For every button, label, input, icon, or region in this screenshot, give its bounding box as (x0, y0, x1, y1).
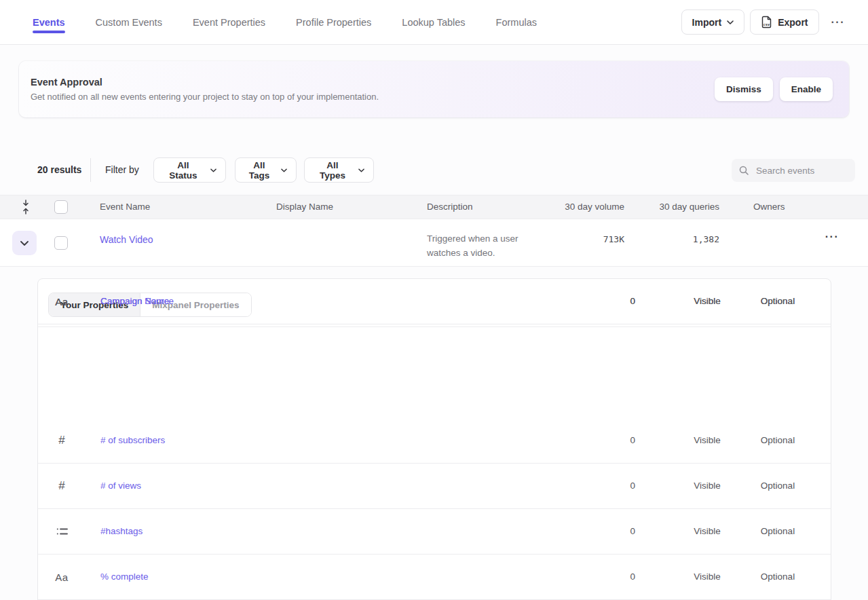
nav-tabs: Events Custom Events Event Properties Pr… (33, 0, 537, 44)
export-button[interactable]: csv Export (750, 10, 818, 35)
column-display-name: Display Name (276, 195, 333, 219)
tab-label: Lookup Tables (402, 17, 465, 28)
event-name-link[interactable]: Watch Video (100, 234, 153, 245)
property-visibility: Visible (669, 509, 745, 554)
row-checkbox[interactable] (54, 236, 68, 250)
export-label: Export (778, 17, 808, 28)
property-name-link[interactable]: % complete (100, 555, 149, 599)
types-filter-dropdown[interactable]: All Types (304, 157, 374, 183)
svg-text:csv: csv (763, 22, 770, 26)
banner-subtitle: Get notified on all new events entering … (31, 92, 379, 102)
number-icon: # (52, 464, 72, 508)
column-queries: 30 day queries (631, 195, 719, 219)
event-volume: 713K (523, 234, 624, 244)
property-row[interactable]: Aa Campaign Source 0 Visible Optional (38, 279, 831, 324)
property-visibility: Visible (669, 418, 745, 463)
tab-custom-events[interactable]: Custom Events (96, 0, 162, 44)
property-count: 0 (547, 509, 635, 554)
event-row[interactable]: Watch Video Triggered when a user watche… (0, 219, 868, 267)
collapse-rows-button[interactable] (18, 199, 34, 215)
collapse-vertical-icon (21, 199, 31, 215)
chevron-down-icon (358, 168, 364, 172)
property-row[interactable]: # # of subscribers 0 Visible Optional (38, 418, 831, 464)
property-count: 0 (547, 464, 635, 508)
more-options-button[interactable]: ··· (827, 16, 849, 29)
banner-title: Event Approval (31, 77, 379, 88)
tags-filter-dropdown[interactable]: All Tags (235, 157, 297, 183)
divider (90, 158, 91, 182)
column-owners: Owners (753, 195, 785, 219)
text-icon: Aa (52, 555, 72, 599)
tab-label: Profile Properties (296, 17, 371, 28)
column-event-name: Event Name (100, 195, 150, 219)
list-icon (52, 509, 72, 554)
column-volume: 30 day volume (523, 195, 624, 219)
property-name-link[interactable]: Campaign Source (100, 279, 174, 324)
tab-label: Formulas (496, 17, 537, 28)
divider (38, 326, 831, 327)
types-filter-label: All Types (314, 160, 352, 181)
tab-formulas[interactable]: Formulas (496, 0, 537, 44)
property-visibility: Visible (669, 279, 745, 324)
text-icon: Aa (52, 279, 72, 324)
filter-by-label: Filter by (105, 157, 139, 183)
tags-filter-label: All Tags (244, 160, 274, 181)
banner-actions: Dismiss Enable (715, 77, 833, 101)
row-actions-button[interactable]: ··· (818, 230, 846, 244)
property-name-link[interactable]: #hashtags (100, 509, 143, 554)
filter-row: 20 results Filter by All Status All Tags… (0, 157, 868, 183)
tab-lookup-tables[interactable]: Lookup Tables (402, 0, 465, 44)
property-requirement: Optional (744, 418, 812, 463)
csv-file-icon: csv (761, 16, 772, 29)
property-count: 0 (547, 418, 635, 463)
nav-actions: Import csv Export ··· (681, 10, 849, 35)
tab-label: Event Properties (193, 17, 265, 28)
search-box (732, 159, 855, 182)
tab-label: Custom Events (96, 17, 162, 28)
property-requirement: Optional (744, 555, 812, 599)
properties-panel: Your Properties Mixpanel Properties # # … (37, 278, 831, 600)
chevron-down-icon (281, 168, 287, 172)
property-visibility: Visible (669, 464, 745, 508)
property-row[interactable]: #hashtags 0 Visible Optional (38, 509, 831, 555)
lexicon-events-screen: Events Custom Events Event Properties Pr… (0, 0, 868, 600)
status-filter-dropdown[interactable]: All Status (153, 157, 226, 183)
dismiss-button[interactable]: Dismiss (715, 77, 773, 101)
tab-profile-properties[interactable]: Profile Properties (296, 0, 371, 44)
property-requirement: Optional (744, 509, 812, 554)
number-icon: # (52, 418, 72, 463)
ellipsis-icon: ··· (831, 16, 845, 28)
property-row[interactable]: Aa % complete 0 Visible Optional (38, 555, 831, 600)
banner-text: Event Approval Get notified on all new e… (31, 77, 379, 102)
top-nav: Events Custom Events Event Properties Pr… (0, 0, 868, 45)
property-count: 0 (547, 279, 635, 324)
property-requirement: Optional (744, 464, 812, 508)
chevron-down-icon (20, 241, 29, 246)
tab-events[interactable]: Events (33, 0, 65, 44)
select-all-checkbox[interactable] (54, 200, 68, 214)
column-description: Description (427, 195, 473, 219)
events-table-header: Event Name Display Name Description 30 d… (0, 195, 868, 219)
property-name-link[interactable]: # of views (100, 464, 141, 508)
property-requirement: Optional (744, 279, 812, 324)
row-expander-button[interactable] (12, 231, 37, 255)
event-description: Triggered when a user watches a video. (427, 231, 534, 260)
results-count: 20 results (37, 157, 81, 183)
enable-button[interactable]: Enable (780, 77, 833, 101)
event-queries: 1,382 (631, 234, 719, 244)
property-name-link[interactable]: # of subscribers (100, 418, 165, 463)
search-icon (738, 165, 749, 176)
property-row[interactable]: # # of views 0 Visible Optional (38, 464, 831, 509)
chevron-down-icon (727, 20, 734, 24)
search-input[interactable] (755, 165, 848, 176)
property-count: 0 (547, 555, 635, 599)
status-filter-label: All Status (163, 160, 204, 181)
import-button[interactable]: Import (681, 10, 745, 35)
property-visibility: Visible (669, 555, 745, 599)
tab-label: Events (33, 17, 65, 28)
ellipsis-icon: ··· (825, 231, 839, 242)
tab-event-properties[interactable]: Event Properties (193, 0, 265, 44)
chevron-down-icon (210, 168, 216, 172)
event-approval-banner: Event Approval Get notified on all new e… (19, 61, 849, 117)
import-label: Import (692, 17, 722, 28)
